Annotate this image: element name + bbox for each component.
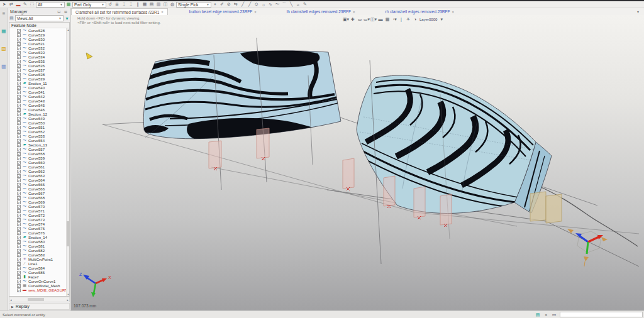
tree-node[interactable]: Curve558 — [9, 151, 69, 156]
visibility-checkbox[interactable] — [17, 271, 21, 275]
segment-icon[interactable]: ▬ — [15, 2, 21, 8]
tree-node[interactable]: Section_11 — [9, 81, 69, 85]
tree-node[interactable]: Curve537 — [9, 68, 69, 72]
visibility-checkbox[interactable] — [17, 280, 21, 283]
visibility-checkbox[interactable] — [17, 148, 21, 151]
tree-node[interactable]: Curve582 — [9, 248, 69, 253]
visibility-checkbox[interactable] — [17, 64, 21, 68]
tree-node[interactable]: Line1 — [9, 261, 69, 266]
note-icon[interactable]: ▤ — [535, 312, 541, 317]
visibility-checkbox[interactable] — [17, 152, 21, 156]
annotate-icon[interactable]: ✚ — [350, 16, 356, 22]
tree-node[interactable]: Curve531 — [9, 41, 69, 46]
tree-node[interactable]: Curve552 — [9, 129, 69, 134]
tree-node[interactable]: Curve576 — [9, 231, 69, 235]
tree-node[interactable]: MultiCrvPoint1 — [9, 257, 69, 261]
visibility-checkbox[interactable] — [17, 73, 21, 77]
tree-node[interactable]: Curve568 — [9, 195, 69, 200]
tree-node[interactable]: Curve569 — [9, 200, 69, 204]
visibility-checkbox[interactable] — [17, 222, 21, 226]
tree-node[interactable]: Curve571 — [9, 209, 69, 213]
tree-node[interactable]: Section_14 — [9, 235, 69, 239]
tree-node[interactable]: Curve566 — [9, 187, 69, 191]
visibility-checkbox[interactable] — [17, 99, 21, 103]
globe-icon[interactable]: ◍ — [169, 2, 175, 8]
tree-node[interactable]: Curve573 — [9, 217, 69, 222]
tree-node[interactable]: Curve535 — [9, 59, 69, 63]
visibility-checkbox[interactable] — [17, 134, 21, 138]
visibility-checkbox[interactable] — [17, 284, 21, 288]
visibility-checkbox[interactable] — [17, 33, 21, 37]
close-icon[interactable]: × — [254, 10, 257, 14]
visibility-checkbox[interactable] — [17, 236, 21, 239]
chart-pane-icon[interactable]: ▧ — [1, 46, 7, 52]
tree-node[interactable]: CurveOnCurve1 — [9, 279, 69, 283]
swap-view-icon[interactable]: ⇄ — [8, 2, 14, 8]
visibility-checkbox[interactable] — [17, 249, 21, 253]
visibility-checkbox[interactable] — [17, 69, 21, 72]
mirror-icon[interactable]: ⇆ — [233, 2, 239, 8]
tree-horizontal-scrollbar[interactable]: ◂ ▸ — [9, 297, 70, 302]
visibility-checkbox[interactable] — [17, 288, 21, 292]
divider[interactable]: | — [398, 16, 404, 22]
text-height-icon[interactable]: ⌶ — [128, 2, 134, 8]
tree-node[interactable]: CurveModel_Mesh — [9, 283, 69, 288]
visibility-checkbox[interactable] — [17, 55, 21, 59]
visibility-checkbox[interactable] — [17, 200, 21, 204]
tree-node[interactable]: Curve553 — [9, 134, 69, 138]
chevron-down-icon[interactable]: ▾ — [438, 16, 445, 22]
tree-node[interactable]: Curve585 — [9, 270, 69, 275]
refresh-icon[interactable]: ↺ — [107, 2, 113, 8]
visibility-checkbox[interactable] — [17, 231, 21, 235]
layer-stack-icon[interactable]: ≣ — [114, 2, 120, 8]
color-swatch-icon[interactable]: ▩ — [65, 2, 72, 8]
tree-node[interactable]: Section_13 — [9, 143, 69, 147]
visibility-checkbox[interactable] — [17, 258, 21, 261]
visibility-checkbox[interactable] — [17, 214, 21, 217]
blend-icon[interactable]: ≈ — [295, 2, 301, 8]
visibility-checkbox[interactable] — [17, 77, 21, 81]
tree-node[interactable]: Curve560 — [9, 160, 69, 165]
filter-funnel-icon[interactable]: ▼ — [65, 16, 69, 21]
visibility-checkbox[interactable] — [17, 130, 21, 134]
spline-icon[interactable]: ∿ — [267, 2, 274, 8]
layout-icon[interactable]: ◫▾ — [370, 16, 377, 22]
close-icon[interactable]: × — [452, 10, 455, 14]
scroll-up-icon[interactable]: ▲ — [67, 28, 70, 31]
tree-node[interactable]: Curve551 — [9, 125, 69, 129]
status-input-field[interactable] — [560, 312, 643, 317]
close-icon[interactable]: × — [353, 10, 355, 14]
tree-node[interactable]: Curve584 — [9, 266, 69, 270]
task-pane-icon[interactable]: ≡ — [1, 11, 7, 17]
arc-icon[interactable]: ⌒ — [281, 2, 287, 8]
single-pick-select[interactable]: Single Pick▼ — [176, 2, 211, 8]
tree-node[interactable]: Curve580 — [9, 239, 69, 244]
visibility-checkbox[interactable] — [17, 205, 21, 209]
tree-node[interactable]: Curve539 — [9, 77, 69, 81]
line-weight-icon[interactable]: ∥ — [135, 2, 141, 8]
visibility-checkbox[interactable] — [17, 143, 21, 147]
tree-node[interactable]: Curve538 — [9, 72, 69, 77]
document-tab[interactable]: button bezel edge removed.23RFF × — [186, 8, 260, 15]
visibility-checkbox[interactable] — [17, 187, 21, 191]
notebook-red-icon[interactable]: ▥ — [155, 2, 162, 8]
views-select[interactable]: Views All▼ — [15, 15, 64, 21]
tree-node[interactable]: Curve572 — [9, 213, 69, 217]
replay-section[interactable]: ▶ Replay — [9, 303, 70, 310]
sketch-pencil-icon[interactable]: ✎ — [302, 2, 308, 8]
material-ball-icon[interactable]: ◔▾ — [391, 16, 397, 22]
visibility-checkbox[interactable] — [17, 95, 21, 99]
document-tab[interactable]: lh clamshell edges removed.23RFF × — [283, 8, 359, 15]
notebook-green-icon[interactable]: ▤ — [148, 2, 155, 8]
tree-node[interactable]: Curve532 — [9, 46, 69, 50]
tree-node[interactable]: Curve546 — [9, 107, 69, 112]
scroll-left-icon[interactable]: ◂ — [10, 298, 12, 302]
filter-scope-select[interactable]: All▼ — [36, 2, 65, 8]
scroll-thumb[interactable] — [67, 221, 69, 246]
visibility-checkbox[interactable] — [17, 170, 21, 173]
tree-node[interactable]: Curve554 — [9, 138, 69, 143]
diagonal-icon[interactable]: ╲ — [288, 2, 294, 8]
scroll-down-icon[interactable]: ▼ — [67, 293, 70, 296]
visibility-checkbox[interactable] — [17, 178, 21, 182]
frame-icon[interactable]: ⬚ — [29, 2, 35, 8]
